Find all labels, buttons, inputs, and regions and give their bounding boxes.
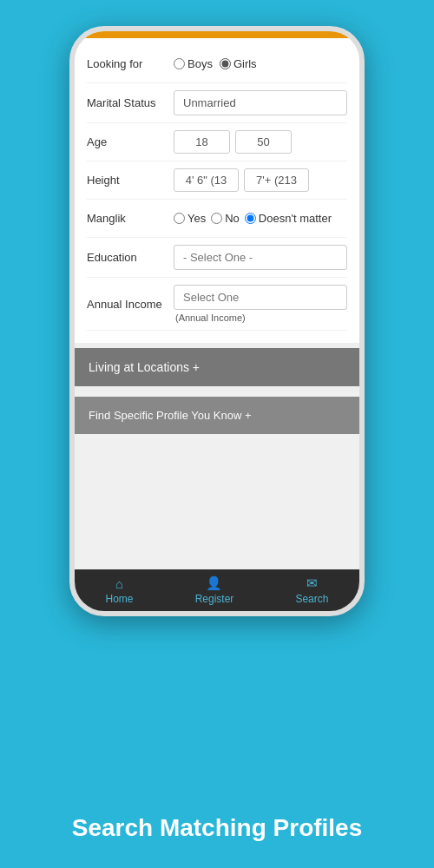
annual-income-input[interactable]: [174, 285, 347, 310]
manglik-control: Yes No Doesn't matter: [174, 212, 347, 225]
marital-status-row: Marital Status: [87, 83, 347, 123]
manglik-no-text: No: [225, 212, 240, 225]
top-bar: [75, 31, 359, 38]
living-at-locations-button[interactable]: Living at Locations +: [75, 348, 359, 386]
height-max-input[interactable]: [244, 168, 309, 192]
annual-income-sub-label: (Annual Income): [174, 312, 347, 323]
education-control: [174, 245, 347, 270]
boys-radio-label[interactable]: Boys: [174, 57, 213, 70]
manglik-no-label[interactable]: No: [211, 212, 240, 225]
height-control: [174, 168, 347, 192]
marital-status-control: [174, 90, 347, 115]
phone-shell: Looking for Boys Girls: [69, 26, 365, 616]
girls-radio[interactable]: [220, 58, 231, 69]
height-label: Height: [87, 174, 174, 187]
looking-for-row: Looking for Boys Girls: [87, 45, 347, 83]
manglik-doesnt-matter-text: Doesn't matter: [259, 212, 332, 225]
register-icon: 👤: [206, 575, 222, 591]
height-min-input[interactable]: [174, 168, 239, 192]
manglik-doesnt-matter-radio[interactable]: [245, 213, 256, 224]
manglik-yes-text: Yes: [187, 212, 206, 225]
section-gap-2: [75, 386, 359, 391]
marital-status-label: Marital Status: [87, 96, 174, 109]
age-max-input[interactable]: [235, 130, 292, 154]
annual-income-label: Annual Income: [87, 298, 174, 311]
annual-income-row: Annual Income (Annual Income): [87, 278, 347, 331]
education-input[interactable]: [174, 245, 347, 270]
search-icon: ✉: [306, 575, 318, 591]
manglik-label: Manglik: [87, 212, 174, 225]
boys-radio[interactable]: [174, 58, 185, 69]
form-area: Looking for Boys Girls: [75, 38, 359, 343]
age-row: Age: [87, 123, 347, 161]
looking-for-control: Boys Girls: [174, 57, 347, 70]
register-label: Register: [195, 593, 234, 605]
home-label: Home: [106, 593, 134, 605]
manglik-no-radio[interactable]: [211, 213, 222, 224]
height-row: Height: [87, 161, 347, 200]
manglik-radio-group: Yes No Doesn't matter: [174, 212, 332, 225]
looking-for-radio-group: Boys Girls: [174, 57, 257, 70]
girls-label: Girls: [233, 57, 257, 70]
girls-radio-label[interactable]: Girls: [220, 57, 257, 70]
age-label: Age: [87, 135, 174, 148]
education-row: Education: [87, 238, 347, 278]
age-min-input[interactable]: [174, 130, 230, 154]
find-specific-button[interactable]: Find Specific Profile You Know +: [75, 397, 359, 434]
manglik-row: Manglik Yes No Doesn't matte: [87, 200, 347, 238]
nav-register[interactable]: 👤 Register: [195, 575, 234, 605]
looking-for-label: Looking for: [87, 57, 174, 70]
bottom-nav: ⌂ Home 👤 Register ✉ Search: [75, 569, 359, 611]
manglik-doesnt-matter-label[interactable]: Doesn't matter: [245, 212, 332, 225]
headline: Search Matching Profiles: [0, 814, 434, 842]
nav-search[interactable]: ✉ Search: [295, 575, 328, 605]
home-icon: ⌂: [115, 576, 123, 591]
education-label: Education: [87, 251, 174, 264]
nav-home[interactable]: ⌂ Home: [106, 576, 134, 605]
annual-income-col: (Annual Income): [174, 285, 347, 323]
age-control: [174, 130, 347, 154]
manglik-yes-radio[interactable]: [174, 213, 185, 224]
boys-label: Boys: [187, 57, 213, 70]
annual-income-control: (Annual Income): [174, 285, 347, 323]
marital-status-input[interactable]: [174, 90, 347, 115]
manglik-yes-label[interactable]: Yes: [174, 212, 206, 225]
scroll-content: Looking for Boys Girls: [75, 38, 359, 569]
search-label: Search: [295, 593, 328, 605]
